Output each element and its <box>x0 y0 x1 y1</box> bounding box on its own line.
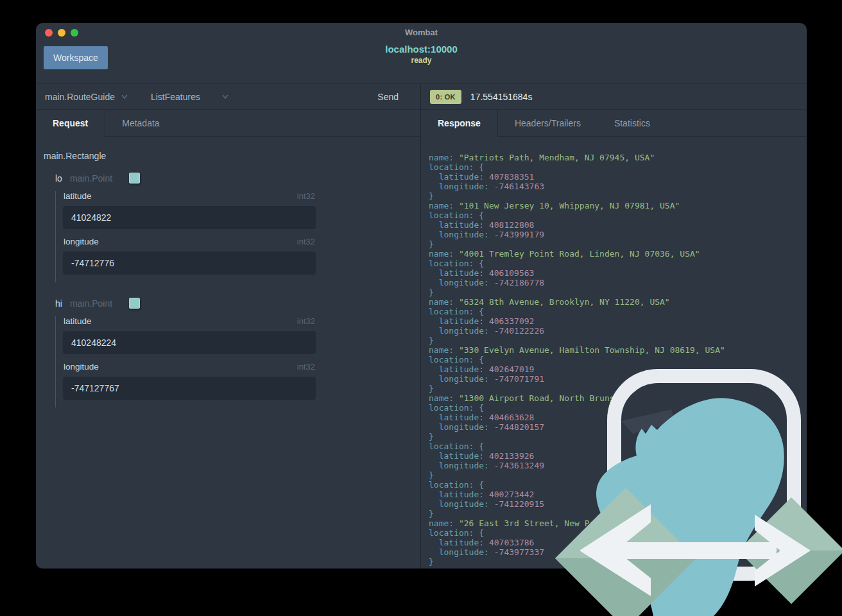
minimize-window-button[interactable] <box>58 29 65 37</box>
request-pane: main.RouteGuide ListFeatures Send Reques… <box>36 84 421 569</box>
response-tabs: Response Headers/Trailers Statistics <box>421 110 806 137</box>
connection-status: ready <box>36 56 807 65</box>
send-button[interactable]: Send <box>377 92 399 102</box>
lo-enabled-checkbox[interactable] <box>129 173 140 184</box>
field-kind: int32 <box>297 362 315 372</box>
server-info: localhost:10000 ready <box>36 44 807 65</box>
field-kind: int32 <box>297 316 315 326</box>
field-kind: int32 <box>297 191 315 201</box>
server-address: localhost:10000 <box>36 44 807 55</box>
wombat-window: Wombat Workspace localhost:10000 ready m… <box>36 23 807 569</box>
lo-fields: latitude int32 longitude int32 <box>55 191 316 282</box>
field-name: hi <box>55 298 62 309</box>
field-group-lo: lo main.Point <box>55 173 420 184</box>
field-label: latitude <box>64 316 92 326</box>
lo-longitude-input[interactable] <box>63 252 316 275</box>
window-title: Wombat <box>36 23 807 42</box>
tab-statistics[interactable]: Statistics <box>597 110 667 137</box>
chevron-down-icon <box>121 94 128 99</box>
response-body: name: "Patriots Path, Mendham, NJ 07945,… <box>421 137 806 569</box>
tab-request[interactable]: Request <box>36 110 105 137</box>
titlebar: Wombat <box>36 23 807 42</box>
hi-latitude-input[interactable] <box>63 331 316 354</box>
request-tabs: Request Metadata <box>36 110 420 137</box>
method-select-value: ListFeatures <box>151 92 200 102</box>
tab-headers-trailers[interactable]: Headers/Trailers <box>498 110 597 137</box>
request-form: main.Rectangle lo main.Point latitude in… <box>36 137 420 569</box>
close-window-button[interactable] <box>45 29 53 37</box>
field-type: main.Point <box>70 298 112 309</box>
service-select-value: main.RouteGuide <box>45 92 115 102</box>
tab-response[interactable]: Response <box>421 110 498 137</box>
desktop: Wombat Workspace localhost:10000 ready m… <box>0 0 842 616</box>
field-kind: int32 <box>297 237 315 246</box>
header: Workspace localhost:10000 ready <box>36 42 807 84</box>
method-select[interactable]: ListFeatures <box>151 92 228 102</box>
lo-latitude-input[interactable] <box>63 206 316 229</box>
message-type-label: main.Rectangle <box>44 151 420 161</box>
tab-metadata[interactable]: Metadata <box>105 110 176 137</box>
response-text: name: "Patriots Path, Mendham, NJ 07945,… <box>429 153 806 567</box>
hi-enabled-checkbox[interactable] <box>129 298 140 309</box>
zoom-window-button[interactable] <box>71 29 78 37</box>
response-toolbar: 0: OK 17.554151684s <box>421 84 806 110</box>
response-pane: 0: OK 17.554151684s Response Headers/Tra… <box>421 84 806 569</box>
field-name: lo <box>55 173 62 184</box>
hi-fields: latitude int32 longitude int32 <box>55 316 316 407</box>
field-label: latitude <box>64 191 92 201</box>
service-select[interactable]: main.RouteGuide <box>45 92 128 102</box>
status-badge: 0: OK <box>430 90 461 104</box>
duration-label: 17.554151684s <box>470 92 533 102</box>
field-label: longitude <box>64 362 99 372</box>
chevron-down-icon <box>222 94 228 99</box>
hi-longitude-input[interactable] <box>63 377 316 400</box>
request-toolbar: main.RouteGuide ListFeatures Send <box>36 84 420 110</box>
field-type: main.Point <box>70 173 112 184</box>
field-group-hi: hi main.Point <box>55 298 420 309</box>
field-label: longitude <box>64 237 99 246</box>
